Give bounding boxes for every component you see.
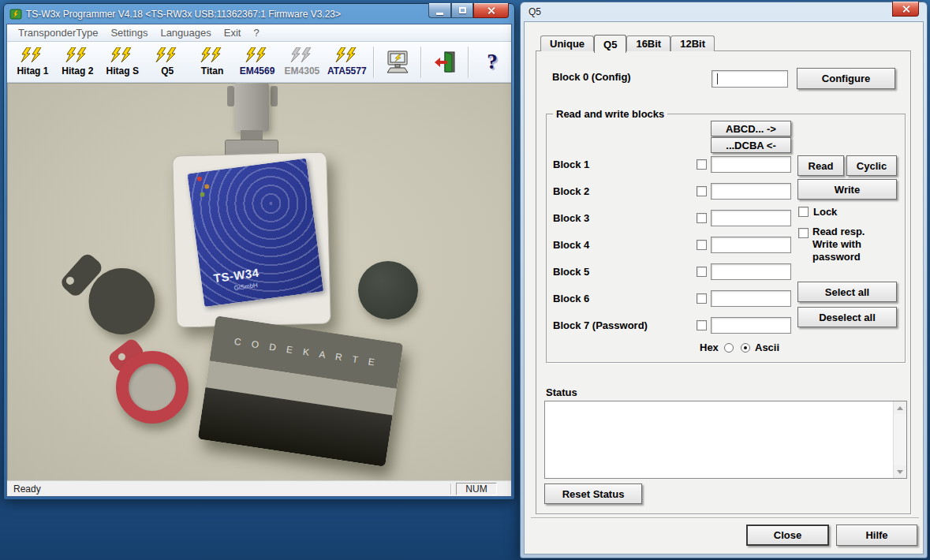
dialog-caption-buttons <box>892 2 919 17</box>
toolbar-separator <box>373 47 375 78</box>
help-icon: ? <box>487 50 498 74</box>
lightning-icon-disabled <box>290 47 314 63</box>
statusbar-divider <box>450 483 451 495</box>
block2-checkbox[interactable] <box>697 186 707 196</box>
lightning-icon <box>335 47 359 63</box>
toolbar-em4569-button[interactable]: EM4569 <box>235 43 280 81</box>
dialog-titlebar[interactable]: Q5 <box>524 2 924 21</box>
configure-button[interactable]: Configure <box>797 68 895 89</box>
menu-bar: TransponderType Settings Languages Exit … <box>7 24 511 42</box>
toolbar-ata5577-button[interactable]: ATA5577 <box>324 43 369 81</box>
hex-radio[interactable] <box>724 343 734 353</box>
ascii-radio[interactable] <box>741 343 750 353</box>
reset-status-button[interactable]: Reset Status <box>544 483 642 504</box>
deselect-all-button[interactable]: Deselect all <box>797 307 897 327</box>
arrow-up-icon <box>897 406 903 410</box>
device-brand: GiSmbH <box>233 282 258 292</box>
toolbar-hitag1-button[interactable]: Hitag 1 <box>10 43 55 81</box>
status-scrollbar[interactable] <box>893 401 906 478</box>
block1-checkbox[interactable] <box>697 159 707 170</box>
scroll-down-button[interactable] <box>894 465 906 478</box>
block5-label: Block 5 <box>553 266 589 278</box>
select-all-button[interactable]: Select all <box>797 282 897 302</box>
menu-transpondertype[interactable]: TransponderType <box>12 25 104 40</box>
dialog-close-button[interactable] <box>892 2 919 17</box>
lock-checkbox[interactable] <box>798 207 809 217</box>
block0-input[interactable] <box>712 70 788 88</box>
computer-icon <box>385 50 410 74</box>
red-keyfob <box>108 343 203 430</box>
block6-input[interactable] <box>711 290 791 307</box>
toolbar-exit-button[interactable] <box>426 43 464 81</box>
password-checkbox[interactable] <box>798 228 809 238</box>
toolbar-hitag2-button[interactable]: Hitag 2 <box>55 43 100 81</box>
toolbar-titan-button[interactable]: Titan <box>190 43 235 81</box>
menu-exit[interactable]: Exit <box>218 25 248 40</box>
block1-label: Block 1 <box>553 159 589 170</box>
close-icon <box>487 6 495 15</box>
block6-checkbox[interactable] <box>697 293 707 304</box>
abcd-order-button[interactable]: ABCD... -> <box>711 121 791 136</box>
toolbar-hitags-button[interactable]: Hitag S <box>100 43 145 81</box>
menu-settings[interactable]: Settings <box>104 25 154 40</box>
menu-help[interactable]: ? <box>247 25 265 40</box>
minimize-button[interactable] <box>428 3 451 18</box>
footer-separator <box>531 517 919 519</box>
block3-checkbox[interactable] <box>697 213 707 223</box>
main-window-title: TS-W3x Programmer V4.18 <TS-RW3x USB:113… <box>26 9 341 20</box>
close-dialog-button[interactable]: Close <box>746 525 829 546</box>
toolbar-q5-button[interactable]: Q5 <box>145 43 190 81</box>
password-label: Read resp. Write with password <box>812 226 880 263</box>
keyfob-ring <box>116 351 189 424</box>
toolbar-label: Hitag 2 <box>62 65 93 77</box>
read-button[interactable]: Read <box>797 155 844 176</box>
toolbar-label: EM4305 <box>285 65 320 77</box>
device-label: TS-W34 GiSmbH <box>187 159 323 307</box>
toolbar-label: Q5 <box>161 65 174 77</box>
tab-unique[interactable]: Unique <box>540 35 594 51</box>
block3-label: Block 3 <box>553 212 589 224</box>
toolbar-connect-button[interactable] <box>379 43 416 81</box>
block6-label: Block 6 <box>553 293 589 304</box>
block7-checkbox[interactable] <box>697 320 707 330</box>
tab-q5[interactable]: Q5 <box>594 35 626 53</box>
block4-input[interactable] <box>711 237 791 253</box>
dialog-title: Q5 <box>528 6 541 17</box>
maximize-button[interactable] <box>451 3 473 18</box>
status-text <box>545 401 893 478</box>
toolbar-separator <box>468 47 469 78</box>
hilfe-button[interactable]: Hilfe <box>836 525 917 546</box>
scroll-up-button[interactable] <box>894 401 906 414</box>
keyfob-hole <box>118 353 126 361</box>
block2-input[interactable] <box>711 183 791 200</box>
disc-transponder <box>358 261 418 319</box>
block5-input[interactable] <box>711 263 791 280</box>
tab-12bit[interactable]: 12Bit <box>670 35 715 51</box>
toolbar-help-button[interactable]: ? <box>473 43 511 81</box>
tab-16bit[interactable]: 16Bit <box>626 35 670 51</box>
block4-checkbox[interactable] <box>697 240 707 250</box>
status-textarea[interactable] <box>544 401 907 479</box>
lightning-icon <box>155 47 179 63</box>
code-card: C O D E K A R T E <box>198 315 404 467</box>
block5-checkbox[interactable] <box>697 267 707 277</box>
block1-input[interactable] <box>711 156 791 173</box>
text-caret <box>717 73 718 84</box>
hex-label: Hex <box>700 342 719 353</box>
exit-door-icon <box>433 51 457 73</box>
write-button[interactable]: Write <box>797 179 897 200</box>
main-titlebar[interactable]: TS-W3x Programmer V4.18 <TS-RW3x USB:113… <box>6 4 512 24</box>
status-label: Status <box>546 386 577 398</box>
lightning-icon <box>200 47 224 63</box>
app-icon <box>9 8 22 21</box>
toolbar-label: ATA5577 <box>327 65 367 77</box>
dcba-order-button[interactable]: ...DCBA <- <box>711 137 791 153</box>
cyclic-button[interactable]: Cyclic <box>846 155 897 176</box>
menu-languages[interactable]: Languages <box>154 25 217 40</box>
statusbar-text: Ready <box>7 483 450 495</box>
toolbar-label: EM4569 <box>240 65 275 77</box>
block3-input[interactable] <box>711 210 791 226</box>
block7-input[interactable] <box>711 317 791 334</box>
close-button[interactable] <box>473 3 509 18</box>
num-lock-indicator: NUM <box>456 483 497 495</box>
